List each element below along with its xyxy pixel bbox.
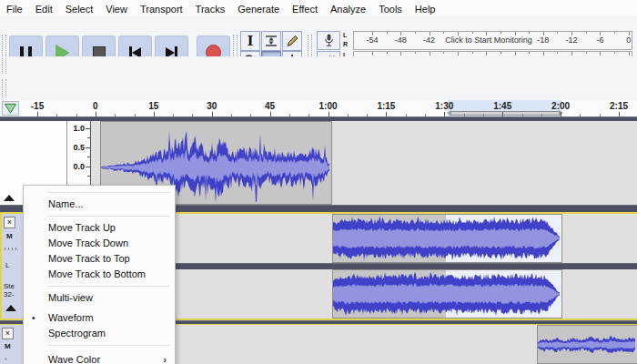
menu-help[interactable]: Help xyxy=(409,2,442,17)
quick-play-region[interactable] xyxy=(450,111,561,116)
meter-minor-tick xyxy=(415,32,416,34)
context-menu-item-name[interactable]: Name... xyxy=(24,197,175,212)
timeline-label: 1:45 xyxy=(493,101,511,111)
draw-tool-button[interactable] xyxy=(282,31,302,51)
meter-minor-tick xyxy=(614,52,615,54)
meter-minor-tick xyxy=(557,32,558,34)
meter-scale-label: -12 xyxy=(566,32,578,49)
vertical-ruler-minor-tick xyxy=(87,157,90,157)
vertical-ruler-label: 0.0 xyxy=(73,162,85,171)
stereo-track-close-button[interactable]: × xyxy=(4,217,15,228)
microphone-icon xyxy=(323,33,335,48)
meter-scale-label: -54 xyxy=(366,32,378,49)
track4-gain-slider[interactable]: - xyxy=(5,355,7,362)
play-speed-toolbar-grip[interactable] xyxy=(2,58,6,74)
vertical-ruler-tick xyxy=(86,147,90,148)
stereo-clip-right-channel[interactable] xyxy=(332,269,562,318)
context-menu-item-label: Name... xyxy=(48,198,84,209)
timeline-label: 15 xyxy=(148,101,158,111)
recording-meter[interactable]: -54-48-42Click to Start Monitoring-18-12… xyxy=(353,31,632,50)
menu-select[interactable]: Select xyxy=(59,2,100,17)
waveform xyxy=(538,326,635,361)
context-menu-item-waveform[interactable]: Waveform• xyxy=(24,310,175,326)
stereo-track-mute-button[interactable]: M xyxy=(6,233,13,240)
context-menu-item-multi-view[interactable]: Multi-view xyxy=(24,290,175,306)
context-menu-item-move-track-down[interactable]: Move Track Down xyxy=(24,236,175,251)
meter-minor-tick xyxy=(586,52,587,54)
menu-edit[interactable]: Edit xyxy=(29,2,59,17)
timeline-label: 1:30 xyxy=(435,101,453,111)
record-meter-l-label: L xyxy=(343,31,352,40)
context-menu-item-move-track-up[interactable]: Move Track Up xyxy=(24,220,175,236)
menu-generate[interactable]: Generate xyxy=(231,2,286,17)
context-menu-item-spectrogram[interactable]: Spectrogram xyxy=(24,326,175,341)
menu-bar: FileEditSelectViewTransportTracksGenerat… xyxy=(0,0,637,17)
menu-tools[interactable]: Tools xyxy=(372,2,409,17)
vertical-ruler-minor-tick xyxy=(87,176,90,177)
timeline-label: 0 xyxy=(93,101,98,111)
toolbar-row-play-speed: - + xyxy=(0,56,637,77)
waveform xyxy=(333,270,560,316)
meter-minor-tick xyxy=(529,52,530,54)
menu-tracks[interactable]: Tracks xyxy=(189,2,232,17)
context-menu-item-label: Move Track to Bottom xyxy=(48,268,146,279)
timeline-label: 1:15 xyxy=(377,101,395,111)
menu-view[interactable]: View xyxy=(99,2,134,17)
track4-audio-clip[interactable] xyxy=(537,325,637,364)
record-meter-channel-labels: L R xyxy=(343,31,352,49)
menu-file[interactable]: File xyxy=(0,2,29,17)
menu-effect[interactable]: Effect xyxy=(286,2,324,17)
timeline-ruler[interactable]: -1501530451:001:151:301:452:002:15 xyxy=(0,100,637,116)
stereo-track-collapse-icon[interactable] xyxy=(5,305,16,311)
menu-transport[interactable]: Transport xyxy=(134,2,189,17)
meter-scale-label: 0 xyxy=(626,32,631,49)
context-menu-item-label: Multi-view xyxy=(48,292,93,303)
audacity-window: FileEditSelectViewTransportTracksGenerat… xyxy=(0,0,637,364)
timeline-label: 2:15 xyxy=(610,101,628,111)
meter-scale-label: -6 xyxy=(596,32,603,49)
stereo-clip-left-channel[interactable] xyxy=(332,214,562,263)
vertical-ruler-label: 1.0 xyxy=(73,124,85,133)
envelope-icon xyxy=(264,34,278,48)
meter-minor-tick xyxy=(472,52,473,54)
pin-triangle-icon xyxy=(4,103,17,115)
stereo-track-info-line2: 32- xyxy=(4,291,15,298)
timeline-label: 2:00 xyxy=(551,101,570,111)
meter-minor-tick xyxy=(387,32,388,34)
timeline-label: 1:00 xyxy=(318,101,337,111)
menu-analyze[interactable]: Analyze xyxy=(324,2,372,17)
meter-minor-tick xyxy=(415,52,416,54)
timeline-label: -15 xyxy=(31,101,44,111)
track-context-menu: Name...Move Track UpMove Track DownMove … xyxy=(23,185,176,364)
context-menu-item-label: Spectrogram xyxy=(48,328,106,339)
context-menu-item-label: Move Track Up xyxy=(48,222,116,233)
meter-scale-label: -42 xyxy=(423,32,435,49)
context-menu-item-label: Wave Color xyxy=(48,354,100,364)
track4-mute-button[interactable]: M xyxy=(5,343,11,350)
context-menu-separator xyxy=(47,345,169,346)
envelope-tool-button[interactable] xyxy=(261,31,281,51)
track4-close-button[interactable]: × xyxy=(2,328,14,339)
record-meter-r-label: R xyxy=(343,40,352,49)
meter-minor-tick xyxy=(443,32,444,34)
stereo-track-pan-slider[interactable]: L xyxy=(5,262,9,269)
context-menu-item-label: Move Track to Top xyxy=(48,253,130,264)
meter-minor-tick xyxy=(500,52,501,54)
draw-pencil-icon xyxy=(285,34,299,48)
record-meter-button[interactable] xyxy=(317,31,340,50)
context-menu-item-move-track-to-bottom[interactable]: Move Track to Bottom xyxy=(24,267,175,282)
stereo-track-gain-slider[interactable] xyxy=(5,248,19,250)
selection-tool-button[interactable]: I xyxy=(240,31,260,51)
context-menu-item-move-track-to-top[interactable]: Move Track to Top xyxy=(24,251,175,267)
track1-collapse-icon[interactable] xyxy=(4,195,15,201)
vertical-ruler-tick xyxy=(86,167,90,167)
meter-minor-tick xyxy=(586,32,587,34)
timeline-pin-button[interactable] xyxy=(2,101,19,116)
meter-minor-tick xyxy=(387,52,388,54)
meter-scale-label: -48 xyxy=(395,32,407,49)
stereo-track-info-line1: Ste xyxy=(4,283,15,290)
context-menu-separator xyxy=(47,286,169,287)
context-menu-item-wave-color[interactable]: Wave Color› xyxy=(24,352,175,364)
device-toolbar-grip[interactable] xyxy=(2,79,6,97)
context-menu-separator xyxy=(47,216,169,217)
